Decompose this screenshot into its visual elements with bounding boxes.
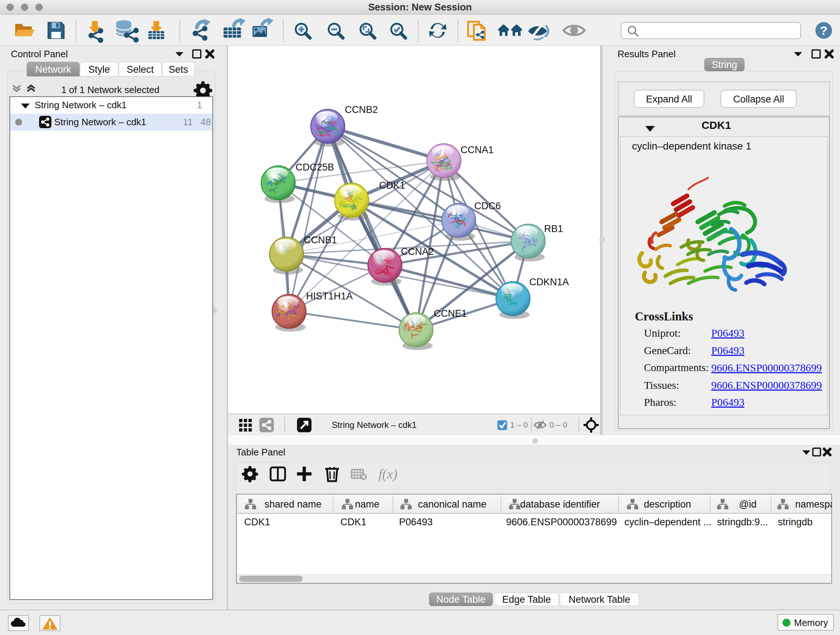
svg-text:CCNA1: CCNA1 — [461, 144, 494, 155]
svg-text:9606.ENSP00000378699: 9606.ENSP00000378699 — [506, 516, 617, 527]
svg-text:CCNB2: CCNB2 — [345, 104, 378, 115]
svg-text:cyclin–dependent ...: cyclin–dependent ... — [624, 516, 711, 527]
svg-text:HIST1H1A: HIST1H1A — [306, 291, 353, 302]
svg-text:f(x): f(x) — [378, 466, 398, 482]
svg-text:CDK1: CDK1 — [340, 516, 366, 527]
svg-text:0 – 0: 0 – 0 — [549, 420, 567, 429]
svg-text:database identifier: database identifier — [520, 499, 600, 510]
svg-text:CDC6: CDC6 — [474, 201, 501, 211]
svg-text:stringdb: stringdb — [778, 516, 813, 527]
svg-text:CDC25B: CDC25B — [295, 162, 334, 173]
svg-text:CDKN1A: CDKN1A — [529, 277, 569, 287]
svg-text:CCNE1: CCNE1 — [434, 308, 467, 319]
svg-text:CDK1: CDK1 — [379, 180, 405, 191]
svg-text:1 – 0: 1 – 0 — [510, 420, 528, 429]
svg-text:name: name — [355, 499, 379, 510]
svg-text:CDK1: CDK1 — [244, 516, 270, 527]
svg-text:CCNA2: CCNA2 — [401, 246, 434, 257]
svg-text:namespace: namespace — [795, 499, 832, 510]
svg-text:description: description — [644, 499, 691, 510]
svg-text:canonical name: canonical name — [418, 499, 486, 510]
svg-text:RB1: RB1 — [544, 223, 563, 234]
svg-text:stringdb:9...: stringdb:9... — [717, 516, 768, 527]
svg-text:@id: @id — [739, 499, 756, 510]
svg-text:P06493: P06493 — [399, 516, 433, 527]
svg-text:CCNB1: CCNB1 — [304, 234, 337, 245]
svg-text:shared name: shared name — [264, 499, 322, 510]
svg-text:String Network – cdk1: String Network – cdk1 — [332, 420, 417, 430]
